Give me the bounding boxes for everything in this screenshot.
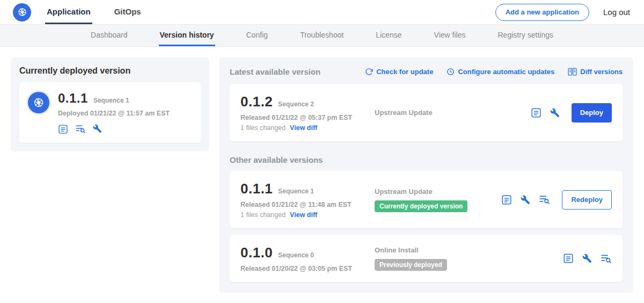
tab-application[interactable]: Application: [45, 0, 92, 24]
version-source: Upstream Update: [375, 109, 531, 117]
version-actions: Deploy: [531, 103, 612, 122]
subnav-config[interactable]: Config: [245, 25, 269, 46]
available-panel-title: Latest available version: [230, 67, 320, 76]
diff-versions-label: Diff versions: [580, 68, 623, 76]
check-for-update-link[interactable]: Check for update: [365, 68, 433, 76]
app-subnav: Dashboard Version history Config Trouble…: [0, 25, 644, 47]
available-panel-header: Latest available version Check for updat…: [230, 66, 623, 77]
available-versions-panel: Latest available version Check for updat…: [219, 57, 633, 293]
subnav-version-history[interactable]: Version history: [159, 25, 215, 46]
app-logo-icon: [28, 92, 49, 113]
other-versions-title: Other available versions: [230, 155, 623, 164]
edit-config-icon[interactable]: [93, 124, 102, 134]
currently-deployed-badge: Currently deployed version: [375, 200, 467, 212]
subnav-view-files[interactable]: View files: [433, 25, 467, 46]
files-changed-row: 1 files changed View diff: [240, 211, 375, 219]
version-card-0-1-1: 0.1.1 Sequence 1 Released 01/21/22 @ 11:…: [230, 171, 623, 228]
diff-icon: [568, 68, 577, 76]
kubernetes-logo: [13, 3, 31, 21]
deployed-version-info: 0.1.1 Sequence 1 Deployed 01/21/22 @ 11:…: [58, 91, 170, 134]
release-notes-icon[interactable]: [563, 253, 574, 264]
files-changed-label: 1 files changed: [240, 211, 286, 219]
source-label: Upstream Update: [375, 109, 524, 117]
deployed-sequence-label: Sequence 1: [93, 97, 129, 104]
deployed-version-row: 0.1.1 Sequence 1: [58, 91, 170, 106]
view-diff-link[interactable]: View diff: [290, 211, 317, 219]
version-number: 0.1.2: [240, 93, 273, 110]
diff-versions-link[interactable]: Diff versions: [568, 68, 623, 76]
configure-automatic-updates-link[interactable]: Configure automatic updates: [447, 68, 554, 76]
released-timestamp: Released 01/20/22 @ 03:05 pm EST: [240, 265, 375, 272]
version-row: 0.1.0 Sequence 0: [240, 244, 375, 261]
kubernetes-wheel-icon: [32, 96, 45, 109]
version-actions: Redeploy: [501, 190, 612, 210]
files-changed-row: 1 files changed View diff: [240, 124, 375, 132]
main-content: Currently deployed version 0.1.1: [0, 47, 644, 303]
released-timestamp: Released 01/21/22 @ 11:48 am EST: [240, 201, 375, 208]
top-nav: Application GitOps: [45, 0, 163, 24]
deploy-logs-icon[interactable]: [601, 254, 612, 264]
source-label: Upstream Update: [375, 187, 495, 196]
deployed-timestamp: Deployed 01/21/22 @ 11:57 am EST: [58, 110, 170, 117]
release-notes-icon[interactable]: [58, 124, 68, 134]
configure-automatic-updates-label: Configure automatic updates: [458, 68, 554, 76]
release-notes-icon[interactable]: [531, 107, 541, 118]
redeploy-button[interactable]: Redeploy: [562, 190, 612, 210]
check-for-update-label: Check for update: [376, 68, 433, 76]
files-changed-label: 1 files changed: [240, 124, 286, 132]
version-info: 0.1.0 Sequence 0 Released 01/20/22 @ 03:…: [240, 244, 375, 272]
deploy-button[interactable]: Deploy: [572, 103, 612, 122]
edit-config-icon[interactable]: [550, 108, 560, 118]
subnav-registry-settings[interactable]: Registry settings: [497, 25, 554, 46]
edit-config-icon[interactable]: [582, 254, 592, 263]
sequence-label: Sequence 1: [278, 187, 314, 195]
source-label: Online Install: [375, 246, 557, 254]
available-panel-actions: Check for update Configure automatic upd…: [365, 68, 623, 76]
deploy-logs-icon[interactable]: [75, 124, 86, 134]
release-notes-icon[interactable]: [501, 194, 512, 205]
tab-gitops[interactable]: GitOps: [113, 0, 143, 24]
sequence-label: Sequence 2: [278, 100, 314, 108]
deployed-icon-row: [58, 124, 170, 134]
deployed-version-number: 0.1.1: [58, 91, 88, 106]
refresh-icon: [365, 68, 373, 76]
top-header: Application GitOps Add a new application…: [0, 0, 644, 25]
deploy-logs-icon[interactable]: [539, 194, 550, 205]
version-row: 0.1.2 Sequence 2: [240, 93, 375, 110]
subnav-license[interactable]: License: [375, 25, 402, 46]
version-number: 0.1.1: [240, 181, 273, 197]
version-info: 0.1.1 Sequence 1 Released 01/21/22 @ 11:…: [240, 181, 375, 219]
released-timestamp: Released 01/21/22 @ 05:37 pm EST: [240, 114, 375, 121]
kubernetes-wheel-icon: [17, 6, 28, 18]
subnav-dashboard[interactable]: Dashboard: [90, 25, 129, 46]
version-info: 0.1.2 Sequence 2 Released 01/21/22 @ 05:…: [240, 93, 375, 132]
version-card-0-1-2: 0.1.2 Sequence 2 Released 01/21/22 @ 05:…: [230, 84, 623, 141]
header-actions: Add a new application Log out: [495, 4, 630, 21]
deployed-version-card: 0.1.1 Sequence 1 Deployed 01/21/22 @ 11:…: [19, 82, 201, 143]
previously-deployed-badge: Previously deployed: [375, 259, 447, 271]
version-number: 0.1.0: [240, 244, 273, 261]
add-application-button[interactable]: Add a new application: [495, 4, 589, 21]
version-row: 0.1.1 Sequence 1: [240, 181, 375, 197]
version-card-0-1-0: 0.1.0 Sequence 0 Released 01/20/22 @ 03:…: [230, 235, 623, 282]
subnav-troubleshoot[interactable]: Troubleshoot: [299, 25, 345, 46]
deployed-panel-title: Currently deployed version: [19, 66, 201, 76]
currently-deployed-panel: Currently deployed version 0.1.1: [11, 57, 209, 152]
version-actions: [563, 253, 612, 264]
sequence-label: Sequence 0: [278, 251, 314, 259]
edit-config-icon[interactable]: [521, 195, 530, 205]
view-diff-link[interactable]: View diff: [290, 124, 317, 132]
logout-link[interactable]: Log out: [603, 8, 630, 17]
version-source: Online Install Previously deployed: [375, 246, 563, 271]
version-source: Upstream Update Currently deployed versi…: [375, 187, 501, 212]
clock-icon: [447, 68, 455, 76]
